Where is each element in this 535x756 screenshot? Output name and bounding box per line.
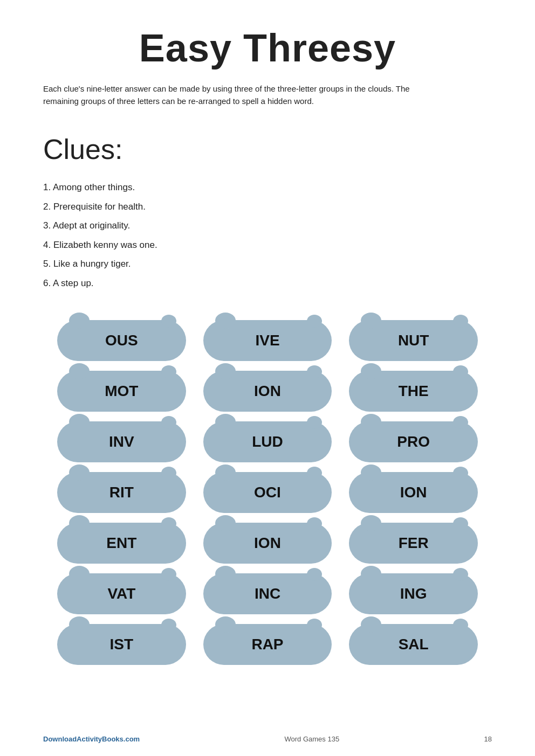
clue-item: 1. Among other things. xyxy=(43,181,492,195)
cloud-item: THE xyxy=(349,371,478,412)
cloud-item: ION xyxy=(349,472,478,513)
cloud-item: ION xyxy=(203,371,332,412)
cloud-item: IVE xyxy=(203,320,332,361)
footer-book-title: Word Games 135 xyxy=(285,735,340,743)
footer: DownloadActivityBooks.com Word Games 135… xyxy=(0,735,535,743)
cloud-item: LUD xyxy=(203,421,332,462)
cloud-item: VAT xyxy=(57,573,186,614)
cloud-item: INC xyxy=(203,573,332,614)
cloud-item: OCI xyxy=(203,472,332,513)
clue-item: 5. Like a hungry tiger. xyxy=(43,257,492,271)
cloud-item: NUT xyxy=(349,320,478,361)
cloud-item: PRO xyxy=(349,421,478,462)
clues-heading: Clues: xyxy=(43,133,492,165)
clue-item: 3. Adept at originality. xyxy=(43,219,492,233)
page-title: Easy Threesy xyxy=(43,26,492,70)
cloud-item: MOT xyxy=(57,371,186,412)
clue-item: 2. Prerequisite for health. xyxy=(43,200,492,214)
cloud-item: ENT xyxy=(57,523,186,564)
clue-item: 4. Elizabeth kenny was one. xyxy=(43,238,492,252)
footer-page-number: 18 xyxy=(484,735,492,743)
cloud-item: ION xyxy=(203,523,332,564)
cloud-item: FER xyxy=(349,523,478,564)
instructions-text: Each clue's nine-letter answer can be ma… xyxy=(43,83,421,107)
clue-item: 6. A step up. xyxy=(43,276,492,290)
cloud-item: RAP xyxy=(203,624,332,665)
cloud-item: INV xyxy=(57,421,186,462)
clouds-section: OUSIVENUTMOTIONTHEINVLUDPRORITOCIIONENTI… xyxy=(57,320,478,665)
cloud-item: IST xyxy=(57,624,186,665)
cloud-item: OUS xyxy=(57,320,186,361)
footer-website: DownloadActivityBooks.com xyxy=(43,735,140,743)
clues-list: 1. Among other things.2. Prerequisite fo… xyxy=(43,181,492,290)
cloud-item: SAL xyxy=(349,624,478,665)
page: Easy Threesy Each clue's nine-letter ans… xyxy=(0,0,535,756)
cloud-item: ING xyxy=(349,573,478,614)
cloud-item: RIT xyxy=(57,472,186,513)
